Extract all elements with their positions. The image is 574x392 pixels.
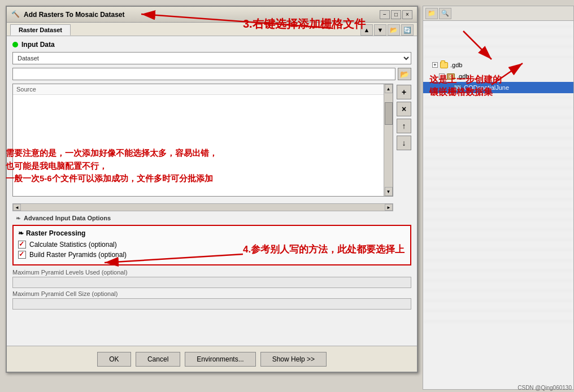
tree-item-gdb[interactable]: − G .gdb xyxy=(423,71,573,82)
move-down-button[interactable]: ↓ xyxy=(397,136,411,150)
hscroll-left-btn[interactable]: ◄ xyxy=(13,204,21,211)
build-pyramids-label: Build Raster Pyramids (optional) xyxy=(29,251,127,259)
close-button[interactable]: × xyxy=(402,10,412,19)
content-area: Input Data Dataset 📂 Source ▲ ▼ xyxy=(7,36,417,341)
build-pyramids-checkbox[interactable] xyxy=(18,251,26,259)
input-data-indicator xyxy=(12,42,18,47)
hscroll-right-btn[interactable]: ► xyxy=(385,204,393,211)
expand-icon-gdb-folder[interactable]: + xyxy=(432,62,438,68)
scroll-down-btn[interactable]: ▼ xyxy=(385,187,393,196)
tree-item-gdb-folder-label: .gdb xyxy=(450,62,462,68)
input-data-label: Input Data xyxy=(21,41,55,49)
max-pyramid-cellsize-label: Maximum Pyramid Cell Size (optional) xyxy=(12,290,411,297)
title-bar-buttons: − □ × xyxy=(380,10,412,19)
tree-item-codspatial-label: CODspatialJune xyxy=(464,84,509,91)
source-list: Source ▲ ▼ xyxy=(12,84,393,197)
dataset-row: Dataset xyxy=(12,52,411,64)
file-path-input[interactable] xyxy=(12,68,395,80)
input-data-section-header: Input Data xyxy=(12,41,411,49)
max-pyramid-levels-input[interactable] xyxy=(12,277,411,288)
scroll-up-btn[interactable]: ▲ xyxy=(385,84,393,93)
catalog-tree-panel: 📁 🔍 + .gdb − G .gdb CODspatial xyxy=(423,6,574,390)
catalog-btn-2[interactable]: 🔍 xyxy=(439,8,451,19)
add-item-button[interactable]: + xyxy=(397,85,411,99)
show-help-button[interactable]: Show Help >> xyxy=(260,352,327,367)
watermark: CSDN @Qing060130 xyxy=(518,385,572,391)
build-pyramids-row: Build Raster Pyramids (optional) xyxy=(18,251,406,259)
raster-icon xyxy=(453,83,462,92)
calculate-statistics-checkbox[interactable] xyxy=(18,241,26,249)
move-up-button[interactable]: ↑ xyxy=(397,119,411,133)
tab-toolbar: ▲ ▼ 📂 🔄 xyxy=(360,24,414,36)
folder-btn[interactable]: 📂 xyxy=(388,24,400,36)
tree-item-gdb-folder[interactable]: + .gdb xyxy=(423,59,573,71)
catalog-tree: + .gdb − G .gdb CODspatialJune xyxy=(423,21,573,389)
advanced-options-label: Advanced Input Data Options xyxy=(24,215,111,221)
max-pyramid-cellsize-field: Maximum Pyramid Cell Size (optional) xyxy=(12,290,411,310)
advanced-collapse-icon: ❧ xyxy=(16,215,20,221)
tree-item-codspatial[interactable]: CODspatialJune xyxy=(423,82,573,93)
remove-item-button[interactable]: × xyxy=(397,102,411,116)
main-dialog: 🔨 Add Rasters To Mosaic Dataset − □ × Ra… xyxy=(6,6,418,373)
tab-raster-dataset[interactable]: Raster Dataset xyxy=(10,24,71,36)
app-icon: 🔨 xyxy=(11,10,20,19)
tree-item-gdb-label: .gdb xyxy=(457,73,469,80)
raster-processing-header: ❧ Raster Processing xyxy=(18,229,406,237)
cancel-button[interactable]: Cancel xyxy=(136,352,180,367)
raster-processing-section: ❧ Raster Processing Calculate Statistics… xyxy=(12,225,411,265)
minimize-button[interactable]: − xyxy=(380,10,390,19)
advanced-options-header[interactable]: ❧ Advanced Input Data Options xyxy=(12,215,411,221)
browse-button[interactable]: 📂 xyxy=(398,68,411,80)
max-pyramid-levels-field: Maximum Pyramid Levels Used (optional) xyxy=(12,269,411,288)
gdb-icon: G xyxy=(446,72,455,81)
max-pyramid-levels-label: Maximum Pyramid Levels Used (optional) xyxy=(12,269,411,276)
raster-processing-label: Raster Processing xyxy=(26,229,85,237)
calculate-statistics-row: Calculate Statistics (optional) xyxy=(18,241,406,249)
file-path-row: 📂 xyxy=(12,68,411,80)
environments-button[interactable]: Environments... xyxy=(185,352,255,367)
max-pyramid-cellsize-input[interactable] xyxy=(12,298,411,310)
scroll-thumb[interactable] xyxy=(385,102,393,125)
title-bar: 🔨 Add Rasters To Mosaic Dataset − □ × xyxy=(7,7,417,23)
refresh-btn[interactable]: 🔄 xyxy=(401,24,414,36)
source-list-header: Source xyxy=(13,84,393,95)
nav-up-btn[interactable]: ▲ xyxy=(360,24,373,36)
expand-icon-gdb[interactable]: − xyxy=(439,73,445,79)
nav-down-btn[interactable]: ▼ xyxy=(374,24,386,36)
tab-bar: Raster Dataset ▲ ▼ 📂 🔄 xyxy=(7,23,417,36)
folder-icon xyxy=(440,60,449,69)
bottom-bar: OK Cancel Environments... Show Help >> xyxy=(7,346,417,372)
maximize-button[interactable]: □ xyxy=(391,10,401,19)
calculate-statistics-label: Calculate Statistics (optional) xyxy=(29,241,117,249)
raster-processing-collapse[interactable]: ❧ xyxy=(18,229,24,237)
ok-button[interactable]: OK xyxy=(97,352,131,367)
catalog-btn-1[interactable]: 📁 xyxy=(425,8,438,19)
dataset-select[interactable]: Dataset xyxy=(12,52,411,64)
catalog-toolbar: 📁 🔍 xyxy=(423,6,573,21)
window-title: Add Rasters To Mosaic Dataset xyxy=(24,11,376,19)
